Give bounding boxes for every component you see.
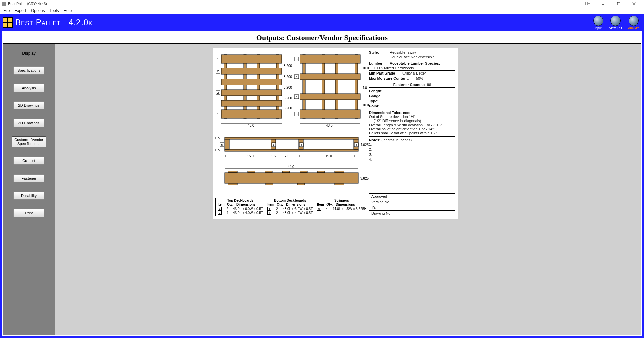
svg-rect-8 bbox=[244, 55, 246, 118]
svg-rect-13 bbox=[221, 68, 282, 74]
input-button[interactable]: Input bbox=[593, 16, 603, 30]
svg-text:4.625: 4.625 bbox=[360, 143, 369, 147]
view-edit-button[interactable]: View/Edit bbox=[609, 16, 622, 30]
svg-rect-83 bbox=[300, 171, 307, 173]
svg-rect-2 bbox=[588, 4, 590, 5]
sidebar-header: Display bbox=[22, 51, 35, 56]
brand-logo-icon bbox=[3, 17, 13, 28]
pallet-icon bbox=[629, 16, 639, 26]
window-multitask-icon[interactable] bbox=[582, 0, 593, 7]
sidebar-customer-vendor-spec[interactable]: Customer/Vendor Specifications bbox=[12, 136, 46, 147]
sidebar-durability[interactable]: Durability bbox=[13, 192, 44, 200]
svg-rect-80 bbox=[248, 171, 255, 173]
svg-rect-86 bbox=[225, 173, 358, 183]
mingrade-value: Utility & Better bbox=[402, 71, 426, 75]
fastener-value: 96 bbox=[427, 83, 431, 87]
svg-text:3: 3 bbox=[296, 57, 297, 61]
svg-text:5: 5 bbox=[300, 143, 302, 146]
menu-help[interactable]: Help bbox=[63, 8, 72, 13]
spec-sheet: 1 2 2 1 3.200 3.200 3.200 3.200 3.200 bbox=[213, 48, 458, 219]
svg-rect-4 bbox=[617, 2, 620, 5]
sidebar-analysis[interactable]: Analysis bbox=[13, 84, 44, 92]
svg-text:1: 1 bbox=[217, 57, 219, 61]
sidebar-3d-drawings[interactable]: 3D Drawings bbox=[13, 119, 44, 127]
svg-rect-15 bbox=[221, 90, 282, 96]
svg-text:7.0: 7.0 bbox=[285, 154, 289, 158]
spec-text-column: Style:Reusable, 2way DoubleFace Non-reve… bbox=[369, 50, 455, 162]
sidebar: Display Specifications Analysis 2D Drawi… bbox=[3, 44, 55, 335]
fastener-label: Fastener Counts:: bbox=[393, 83, 425, 87]
svg-text:3.200: 3.200 bbox=[284, 96, 292, 100]
svg-text:2: 2 bbox=[217, 91, 219, 94]
svg-text:3.200: 3.200 bbox=[284, 86, 292, 89]
svg-text:2: 2 bbox=[217, 69, 219, 73]
svg-rect-7 bbox=[224, 55, 227, 118]
svg-rect-87 bbox=[228, 183, 237, 185]
dimtol-2: (1/2" Difference in diagonals). bbox=[369, 119, 455, 123]
window-titlebar: Best Pallet (CRY44x43) bbox=[0, 0, 644, 7]
mingrade-label: Min Part Grade bbox=[369, 71, 402, 75]
dimtol-5: Pallets shall lie flat at all points wit… bbox=[369, 131, 455, 135]
maximize-button[interactable] bbox=[613, 0, 624, 7]
svg-rect-14 bbox=[221, 79, 282, 85]
svg-text:3.200: 3.200 bbox=[284, 106, 292, 110]
svg-text:5: 5 bbox=[273, 143, 274, 146]
menu-tools[interactable]: Tools bbox=[49, 8, 59, 13]
type-label: Type: bbox=[369, 99, 385, 103]
svg-rect-85 bbox=[335, 171, 344, 173]
sidebar-fastener[interactable]: Fastener bbox=[13, 174, 44, 182]
notes-label: Notes: bbox=[369, 138, 380, 142]
svg-text:4.0: 4.0 bbox=[362, 86, 367, 90]
svg-rect-37 bbox=[300, 110, 360, 118]
close-button[interactable] bbox=[629, 0, 639, 7]
svg-rect-12 bbox=[221, 110, 282, 118]
minimize-button[interactable] bbox=[598, 0, 608, 7]
dimtol-3: Overall Length & Width deviation + or - … bbox=[369, 123, 455, 127]
style-label: Style: bbox=[369, 50, 390, 54]
svg-rect-82 bbox=[282, 171, 290, 173]
svg-text:3.200: 3.200 bbox=[284, 64, 292, 68]
sidebar-specifications[interactable]: Specifications bbox=[13, 66, 44, 75]
svg-text:1: 1 bbox=[217, 112, 219, 116]
svg-rect-1 bbox=[588, 2, 590, 3]
svg-text:3: 3 bbox=[296, 112, 297, 116]
dimtol-1: Out of Square deviation 1/4" bbox=[369, 115, 455, 119]
main-frame: Outputs: Customer/Vendor Specifications … bbox=[0, 31, 644, 338]
svg-rect-89 bbox=[297, 183, 305, 185]
svg-rect-57 bbox=[225, 139, 229, 149]
sidebar-cut-list[interactable]: Cut List bbox=[13, 157, 44, 165]
parts-table: Top Deckboards ItemQty.Dimensions 1243.0… bbox=[215, 198, 369, 216]
page-title: Outputs: Customer/Vendor Specifications bbox=[3, 32, 641, 44]
sidebar-print[interactable]: Print bbox=[13, 209, 44, 217]
lumber-value: 100% Mixed Hardwoods bbox=[374, 66, 414, 70]
svg-text:1.5: 1.5 bbox=[225, 154, 229, 158]
svg-rect-0 bbox=[585, 2, 587, 5]
menu-export[interactable]: Export bbox=[14, 8, 26, 13]
svg-text:3.625: 3.625 bbox=[360, 177, 369, 180]
svg-rect-33 bbox=[322, 55, 325, 118]
svg-text:3.200: 3.200 bbox=[284, 75, 292, 79]
svg-text:10.0: 10.0 bbox=[362, 103, 369, 107]
pallet-icon bbox=[610, 16, 621, 26]
svg-rect-56 bbox=[225, 149, 358, 151]
side-elevation-drawing: 0.5 0.5 5 5 bbox=[215, 135, 370, 159]
brand-title: Best Pallet - 4.2.0k bbox=[15, 18, 93, 27]
sidebar-2d-drawings[interactable]: 2D Drawings bbox=[13, 101, 44, 109]
top-view-drawing: 1 2 2 1 3.200 3.200 3.200 3.200 3.200 bbox=[215, 53, 292, 128]
svg-rect-9 bbox=[257, 55, 260, 118]
parts-bottom-deckboards: Bottom Deckboards ItemQty.Dimensions 324… bbox=[265, 198, 315, 216]
version-row: Version No. bbox=[369, 199, 455, 205]
title-block: Approved Version No. ID. Drawing No. bbox=[369, 193, 455, 216]
svg-rect-84 bbox=[317, 171, 325, 173]
svg-text:1.5: 1.5 bbox=[354, 154, 358, 158]
app-icon bbox=[2, 2, 6, 6]
analyze-button[interactable]: Analyze bbox=[628, 16, 639, 30]
svg-text:4: 4 bbox=[296, 95, 297, 98]
svg-rect-32 bbox=[303, 55, 305, 118]
drawing-row: Drawing No. bbox=[369, 211, 455, 216]
menu-options[interactable]: Options bbox=[31, 8, 45, 13]
window-title: Best Pallet (CRY44x43) bbox=[8, 2, 47, 6]
menu-file[interactable]: File bbox=[3, 8, 10, 13]
svg-text:15.0: 15.0 bbox=[247, 154, 254, 158]
svg-text:43.0: 43.0 bbox=[326, 124, 333, 127]
